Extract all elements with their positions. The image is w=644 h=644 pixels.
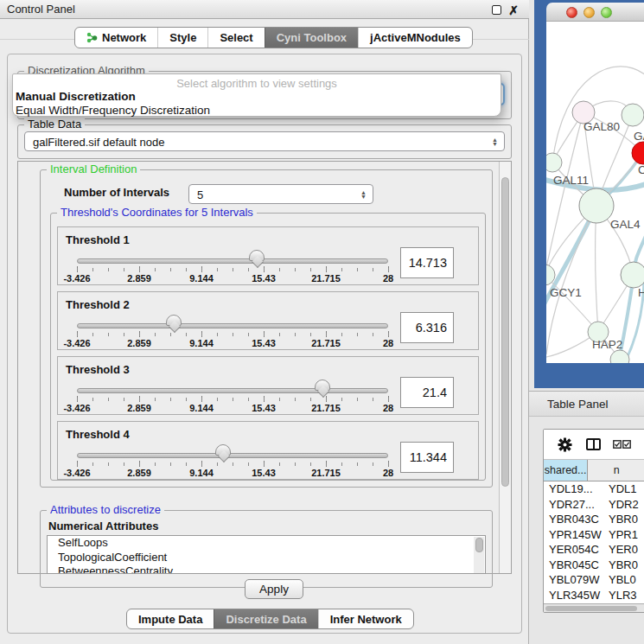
interval-definition-group-title: Interval Definition xyxy=(47,163,140,175)
threshold-4-value-field[interactable]: 11.344 xyxy=(400,442,454,473)
cell-shared-name[interactable]: YER054C xyxy=(544,542,604,558)
algorithm-option-equal-width[interactable]: Equal Width/Frequency Discretization xyxy=(13,104,501,118)
node-label-h: H xyxy=(638,286,644,299)
scale-tick-label: 21.715 xyxy=(311,273,341,284)
threshold-3-label: Threshold 3 xyxy=(66,363,130,376)
scale-tick-label: -3.426 xyxy=(63,273,90,284)
node-h[interactable] xyxy=(621,262,644,288)
cell-shared-name[interactable]: YDR27... xyxy=(544,497,604,513)
tab-jactivemnodules[interactable]: jActiveMNodules xyxy=(358,28,472,48)
minimize-traffic-light-icon[interactable] xyxy=(583,7,595,18)
cell-name[interactable]: YBR0 xyxy=(604,512,638,527)
node-bottom-partial[interactable] xyxy=(610,350,629,363)
cell-shared-name[interactable]: YDL19... xyxy=(544,481,604,497)
cell-name[interactable]: YPR1 xyxy=(604,527,638,543)
cell-name[interactable]: YLR3 xyxy=(604,588,637,603)
list-item[interactable]: BetweennessCentrality xyxy=(48,564,485,574)
cell-name[interactable]: YDR2 xyxy=(604,497,639,513)
node-attribute-table: shared... n YDL19...YDL1 YDR27...YDR2 YB… xyxy=(543,429,644,613)
list-item[interactable]: TopologicalCoefficient xyxy=(48,551,485,565)
tab-impute-data[interactable]: Impute Data xyxy=(127,609,214,628)
cell-name[interactable]: YER0 xyxy=(604,542,638,558)
cell-shared-name[interactable]: YBR045C xyxy=(544,558,604,573)
scale-tick-label: 15.43 xyxy=(252,273,276,284)
column-header-shared-name[interactable]: shared... xyxy=(544,460,588,481)
table-row[interactable]: YDL19...YDL1 xyxy=(544,481,644,497)
network-window-titlebar[interactable] xyxy=(546,3,644,22)
scale-tick-label: 15.43 xyxy=(252,403,276,413)
scrollbar-thumb[interactable] xyxy=(545,606,637,612)
node-red-selected[interactable] xyxy=(632,142,644,164)
table-row[interactable]: YER054CYER0 xyxy=(544,542,644,558)
threshold-1-panel: Threshold 1 -3.426 2.859 9.144 15.43 21.… xyxy=(57,226,479,285)
scale-tick-label: 2.859 xyxy=(127,403,151,413)
threshold-1-slider-track[interactable] xyxy=(77,258,388,264)
cell-name[interactable]: YBR0 xyxy=(604,558,638,573)
tab-cyni-toolbox[interactable]: Cyni Toolbox xyxy=(265,28,358,48)
algorithm-option-manual[interactable]: Manual Discretization xyxy=(13,90,501,104)
thresholds-group-title: Threshold's Coordinates for 5 Intervals xyxy=(57,206,257,219)
table-panel-title: Table Panel xyxy=(547,398,609,411)
apply-button[interactable]: Apply xyxy=(245,579,303,599)
table-panel-titlebar: Table Panel xyxy=(529,391,644,417)
algorithm-popup-hint: Select algorithm to view settings xyxy=(13,74,501,90)
table-row[interactable]: YLR345WYLR3 xyxy=(544,588,644,603)
scale-tick-label: 15.43 xyxy=(252,338,276,348)
threshold-2-slider-track[interactable] xyxy=(77,323,388,328)
tab-network[interactable]: Network xyxy=(75,28,157,48)
numerical-attributes-label: Numerical Attributes xyxy=(48,520,158,532)
table-row[interactable]: YBR045CYBR0 xyxy=(544,558,644,573)
column-header-name[interactable]: n xyxy=(588,460,644,481)
threshold-1-value-field[interactable]: 14.713 xyxy=(400,247,454,278)
cell-shared-name[interactable]: YBL079W xyxy=(544,572,604,588)
table-data-combobox[interactable]: galFiltered.sif default node ▲▼ xyxy=(24,131,505,151)
threshold-1-label: Threshold 1 xyxy=(66,233,130,246)
scale-tick-label: 21.715 xyxy=(311,403,341,413)
attributes-list-scrollbar[interactable] xyxy=(474,537,484,574)
column-visibility-checkboxes-icon[interactable] xyxy=(613,440,631,449)
tab-infer-network-label: Infer Network xyxy=(330,613,402,626)
tab-infer-network[interactable]: Infer Network xyxy=(318,609,413,628)
node-ga[interactable] xyxy=(622,104,644,126)
threshold-4-slider-track[interactable] xyxy=(77,453,388,458)
table-row[interactable]: YBL079WYBL0 xyxy=(544,572,644,588)
tab-select[interactable]: Select xyxy=(207,28,264,48)
scale-tick-label: -3.426 xyxy=(63,338,90,348)
table-row[interactable]: YDR27...YDR2 xyxy=(544,497,644,513)
threshold-3-slider-track[interactable] xyxy=(77,388,388,393)
threshold-3-slider-thumb[interactable] xyxy=(315,379,330,391)
cell-name[interactable]: YBL0 xyxy=(604,572,636,588)
tab-style[interactable]: Style xyxy=(157,28,207,48)
tab-network-label: Network xyxy=(102,31,146,44)
scrollbar-thumb[interactable] xyxy=(501,177,509,487)
node-gal11[interactable] xyxy=(546,153,562,172)
scrollbar-thumb[interactable] xyxy=(475,538,483,552)
cell-shared-name[interactable]: YLR345W xyxy=(544,588,604,603)
list-item[interactable]: SelfLoops xyxy=(48,536,485,551)
float-window-icon[interactable] xyxy=(492,5,501,15)
close-traffic-light-icon[interactable] xyxy=(566,7,577,18)
threshold-3-value-field[interactable]: 21.4 xyxy=(400,377,454,408)
network-canvas[interactable]: GAL80 GA C GAL11 GAL4 GCY1 H HAP2 xyxy=(546,22,644,363)
table-horizontal-scrollbar[interactable] xyxy=(544,603,644,612)
threshold-2-value-field[interactable]: 6.316 xyxy=(400,312,454,343)
threshold-4-slider-thumb[interactable] xyxy=(215,444,231,456)
split-columns-icon[interactable] xyxy=(586,438,601,450)
cell-shared-name[interactable]: YPR145W xyxy=(544,527,604,543)
threshold-1-slider-thumb[interactable] xyxy=(249,250,265,261)
table-row[interactable]: YBR043CYBR0 xyxy=(544,512,644,527)
checked-checkbox-icon xyxy=(613,440,622,449)
gear-icon[interactable] xyxy=(558,437,572,452)
cell-name[interactable]: YDL1 xyxy=(604,481,637,497)
cell-shared-name[interactable]: YBR043C xyxy=(544,512,604,527)
close-icon[interactable]: ✗ xyxy=(508,2,519,20)
zoom-traffic-light-icon[interactable] xyxy=(601,7,612,18)
threshold-2-slider-thumb[interactable] xyxy=(166,315,182,326)
table-header-row: shared... n xyxy=(544,459,644,481)
scale-tick-label: 2.859 xyxy=(127,273,151,284)
number-of-intervals-combobox[interactable]: 5 ▲▼ xyxy=(188,184,373,204)
tab-discretize-data[interactable]: Discretize Data xyxy=(214,609,317,628)
node-gal4[interactable] xyxy=(579,188,614,223)
settings-vertical-scrollbar[interactable] xyxy=(499,162,511,573)
table-row[interactable]: YPR145WYPR1 xyxy=(544,527,644,543)
